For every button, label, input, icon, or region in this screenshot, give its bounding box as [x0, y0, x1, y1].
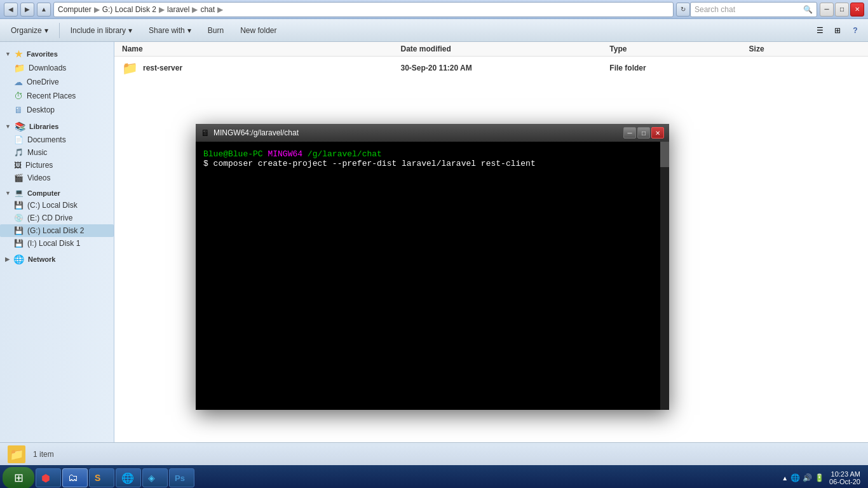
forward-button[interactable]: ▶: [20, 3, 34, 17]
sidebar-item-pictures[interactable]: 🖼 Pictures: [0, 159, 114, 172]
terminal-maximize-button[interactable]: □: [637, 127, 650, 139]
sidebar-item-videos-label: Videos: [27, 173, 50, 182]
col-size-header[interactable]: Size: [749, 44, 860, 53]
search-placeholder: Search chat: [695, 5, 735, 14]
col-type-header[interactable]: Type: [609, 44, 749, 53]
breadcrumb-laravel[interactable]: laravel: [167, 5, 189, 14]
downloads-folder-icon: 📁: [14, 63, 25, 73]
sidebar-item-cd-drive[interactable]: 💿 (E:) CD Drive: [0, 212, 114, 224]
sidebar-item-desktop[interactable]: 🖥 Desktop: [0, 103, 114, 117]
tray-network-icon: 🌐: [790, 473, 800, 482]
taskbar-item-sublime[interactable]: S: [89, 468, 114, 487]
sidebar-item-onedrive[interactable]: ☁ OneDrive: [0, 75, 114, 89]
favorites-header[interactable]: ▼ ★ Favorites: [0, 47, 114, 61]
terminal-title-left: 🖥 MINGW64:/g/laravel/chat: [201, 128, 299, 138]
col-date-header[interactable]: Date modified: [400, 44, 609, 53]
burn-button[interactable]: Burn: [202, 23, 229, 38]
include-chevron-icon: ▾: [128, 26, 132, 35]
taskbar-right: ▲ 🌐 🔊 🔋 10:23 AM 06-Oct-20: [782, 470, 865, 485]
libraries-icon: 📚: [15, 121, 25, 132]
search-icon: 🔍: [803, 5, 813, 14]
drive-c-icon: 💾: [14, 201, 24, 210]
help-button[interactable]: ?: [848, 23, 863, 38]
sidebar-item-local-disk-i[interactable]: 💾 (I:) Local Disk 1: [0, 237, 114, 250]
clock[interactable]: 10:23 AM 06-Oct-20: [829, 470, 860, 485]
sidebar-item-pictures-label: Pictures: [25, 161, 53, 170]
terminal-command: $ composer create-project --prefer-dist …: [203, 159, 536, 168]
toolbar-right: ☰ ⊞ ?: [812, 23, 863, 38]
organize-button[interactable]: Organize ▾: [5, 23, 54, 38]
view-tiles-button[interactable]: ⊞: [830, 23, 845, 38]
start-button[interactable]: ⊞: [3, 467, 34, 488]
back-button[interactable]: ◀: [4, 3, 18, 17]
breadcrumb-drive[interactable]: G:) Local Disk 2: [102, 5, 156, 14]
window-controls: ─ □ ✕: [820, 3, 864, 17]
terminal-window: 🖥 MINGW64:/g/laravel/chat ─ □ ✕ Blue@Blu…: [196, 124, 669, 410]
taskbar-item-photoshop[interactable]: Ps: [169, 468, 194, 487]
favorites-label: Favorites: [27, 50, 58, 58]
view-details-button[interactable]: ☰: [812, 23, 827, 38]
tray-up-arrow-icon[interactable]: ▲: [782, 475, 788, 482]
status-bar: 📁 1 item: [0, 442, 868, 465]
taskbar-item-app[interactable]: ◈: [142, 468, 168, 487]
close-button[interactable]: ✕: [850, 3, 864, 17]
libraries-expand-icon: ▼: [5, 123, 11, 130]
taskbar-item-explorer[interactable]: 🗂: [62, 468, 88, 487]
breadcrumb-chat[interactable]: chat: [200, 5, 215, 14]
taskbar-item-xampp[interactable]: ⬢: [36, 468, 61, 487]
terminal-title-text: MINGW64:/g/laravel/chat: [214, 128, 299, 137]
title-bar: ◀ ▶ ▲ Computer ▶ G:) Local Disk 2 ▶ lara…: [0, 0, 868, 19]
taskbar-item-chrome[interactable]: 🌐: [116, 468, 141, 487]
file-row-rest-server[interactable]: 📁 rest-server 30-Sep-20 11:20 AM File fo…: [114, 57, 868, 80]
up-button[interactable]: ▲: [37, 3, 51, 17]
toolbar-separator: [59, 23, 60, 38]
libraries-header[interactable]: ▼ 📚 Libraries: [0, 119, 114, 133]
sidebar-item-music-label: Music: [27, 148, 47, 157]
sidebar-item-downloads-label: Downloads: [29, 64, 66, 72]
computer-header[interactable]: ▼ 💻 Computer: [0, 187, 114, 199]
network-header[interactable]: ▶ 🌐 Network: [0, 252, 114, 266]
xampp-icon: ⬢: [41, 472, 50, 484]
sidebar-item-cd-drive-label: (E:) CD Drive: [27, 214, 72, 222]
share-chevron-icon: ▾: [187, 26, 191, 35]
status-folder-icon: 📁: [8, 445, 25, 463]
sidebar-item-local-disk-i-label: (I:) Local Disk 1: [27, 239, 80, 248]
sidebar-item-music[interactable]: 🎵 Music: [0, 146, 114, 159]
app-icon: ◈: [148, 473, 155, 483]
new-folder-button[interactable]: New folder: [234, 23, 282, 38]
toolbar: Organize ▾ Include in library ▾ Share wi…: [0, 19, 868, 42]
col-name-header[interactable]: Name: [122, 44, 400, 53]
network-section: ▶ 🌐 Network: [0, 252, 114, 266]
sidebar-item-documents[interactable]: 📄 Documents: [0, 133, 114, 146]
terminal-scrollbar-thumb[interactable]: [660, 142, 669, 167]
sidebar-item-local-disk-c-label: (C:) Local Disk: [27, 201, 78, 210]
include-library-button[interactable]: Include in library ▾: [65, 23, 138, 38]
refresh-button[interactable]: ↻: [676, 3, 690, 17]
terminal-body[interactable]: Blue@Blue-PC MINGW64 /g/laravel/chat $ c…: [196, 142, 669, 410]
cd-drive-icon: 💿: [14, 214, 24, 222]
terminal-minimize-button[interactable]: ─: [623, 127, 636, 139]
share-with-button[interactable]: Share with ▾: [143, 23, 197, 38]
title-bar-left: ◀ ▶ ▲ Computer ▶ G:) Local Disk 2 ▶ lara…: [4, 2, 690, 17]
terminal-titlebar: 🖥 MINGW64:/g/laravel/chat ─ □ ✕: [196, 124, 669, 142]
item-count-label: 1 item: [33, 450, 54, 459]
maximize-button[interactable]: □: [835, 3, 849, 17]
breadcrumb[interactable]: Computer ▶ G:) Local Disk 2 ▶ laravel ▶ …: [53, 2, 674, 17]
network-expand-icon: ▶: [5, 256, 10, 262]
drive-g-icon: 💾: [14, 226, 24, 235]
title-bar-right: Search chat 🔍 ─ □ ✕: [690, 2, 864, 17]
breadcrumb-computer[interactable]: Computer: [58, 5, 92, 14]
start-icon: ⊞: [14, 471, 24, 485]
terminal-line-1: Blue@Blue-PC MINGW64 /g/laravel/chat: [203, 149, 661, 159]
terminal-scrollbar[interactable]: [660, 142, 669, 410]
sidebar-item-local-disk-g[interactable]: 💾 (G:) Local Disk 2: [0, 224, 114, 237]
sidebar-item-videos[interactable]: 🎬 Videos: [0, 172, 114, 184]
sidebar-item-downloads[interactable]: 📁 Downloads: [0, 61, 114, 75]
music-icon: 🎵: [14, 148, 24, 157]
terminal-close-button[interactable]: ✕: [651, 127, 664, 139]
search-box[interactable]: Search chat 🔍: [690, 2, 817, 17]
minimize-button[interactable]: ─: [820, 3, 834, 17]
sidebar-item-recent-places[interactable]: ⏱ Recent Places: [0, 89, 114, 103]
content-header: Name Date modified Type Size: [114, 42, 868, 57]
sidebar-item-local-disk-c[interactable]: 💾 (C:) Local Disk: [0, 199, 114, 212]
